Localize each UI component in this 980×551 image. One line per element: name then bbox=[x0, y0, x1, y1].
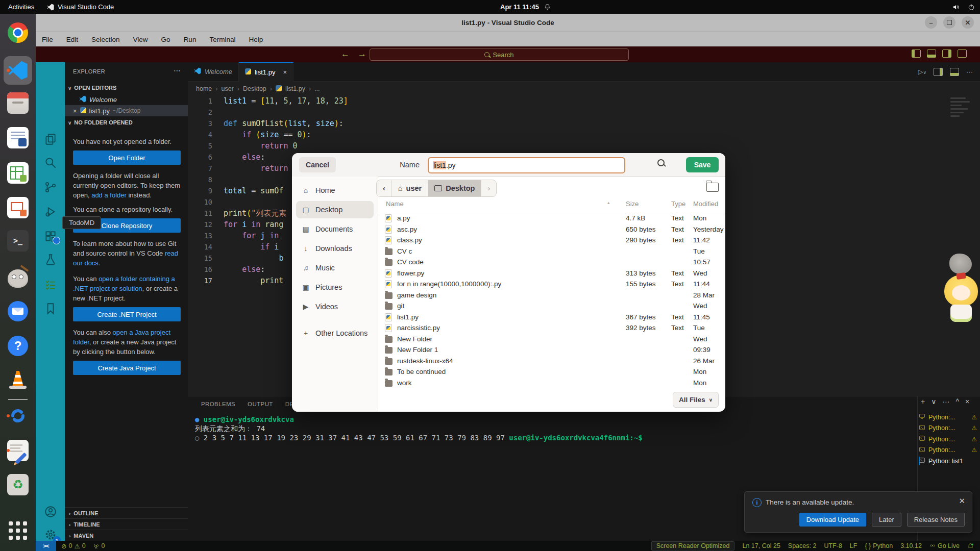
welcome-link[interactable]: add a folder bbox=[91, 191, 127, 199]
menu-go[interactable]: Go bbox=[161, 36, 170, 43]
menu-run[interactable]: Run bbox=[184, 36, 197, 43]
file-row[interactable]: workMon bbox=[378, 378, 725, 389]
path-forward-icon[interactable]: › bbox=[481, 180, 496, 196]
file-row[interactable]: list1.py367 bytesText11:45 bbox=[378, 312, 725, 323]
maximize-button[interactable] bbox=[943, 16, 955, 29]
dock-item-libreoffice-calc[interactable] bbox=[6, 161, 30, 185]
activities-button[interactable]: Activities bbox=[8, 3, 34, 11]
column-header-type[interactable]: Type bbox=[671, 200, 685, 208]
terminal-output[interactable]: ● user@iv-yds6oxrdvkcva列表元素之和为： 74○ 2 3 … bbox=[195, 415, 643, 442]
dock-item-vscode[interactable] bbox=[6, 58, 30, 83]
breadcrumb-item[interactable]: list1.py bbox=[285, 85, 305, 92]
activity-bookmarks-icon[interactable] bbox=[36, 298, 65, 319]
focused-app-menu[interactable]: Visual Studio Code bbox=[47, 3, 114, 11]
create-folder-icon[interactable] bbox=[706, 183, 719, 192]
no-folder-header[interactable]: ∨NO FOLDER OPENED bbox=[65, 117, 188, 128]
dock-item-trash[interactable]: ♻ bbox=[6, 472, 30, 497]
place-videos[interactable]: ▶Videos bbox=[296, 298, 374, 315]
download-update-button[interactable]: Download Update bbox=[799, 513, 866, 527]
filename-input[interactable]: list1.py bbox=[428, 157, 625, 173]
breadcrumb-item[interactable]: Desktop bbox=[243, 85, 266, 92]
dock-item-libreoffice-writer[interactable] bbox=[6, 126, 30, 150]
create-java-project-button[interactable]: Create Java Project bbox=[73, 361, 181, 375]
maximize-panel-icon[interactable]: ^ bbox=[955, 397, 959, 406]
menu-file[interactable]: File bbox=[42, 36, 53, 43]
breadcrumb-item[interactable]: ... bbox=[314, 85, 320, 92]
breadcrumb-item[interactable]: user bbox=[221, 85, 233, 92]
activity-todo-icon[interactable] bbox=[36, 274, 65, 295]
file-row[interactable]: for n in range(10000,1000000):.py155 byt… bbox=[378, 279, 725, 290]
open-editors-header[interactable]: ∨OPEN EDITORS bbox=[65, 83, 188, 93]
menu-selection[interactable]: Selection bbox=[91, 36, 120, 43]
power-icon[interactable] bbox=[968, 4, 975, 11]
path-segment-user[interactable]: ⌂user bbox=[392, 180, 428, 196]
terminal-entry[interactable]: Python:...⚠ bbox=[919, 423, 980, 434]
file-row[interactable]: rustdesk-linux-x6426 Mar bbox=[378, 356, 725, 367]
dock-item-gimp[interactable] bbox=[6, 266, 30, 291]
status-spaces-2[interactable]: Spaces: 2 bbox=[788, 542, 817, 549]
window-titlebar[interactable]: list1.py - Visual Studio Code – ✕ bbox=[36, 14, 980, 31]
menu-terminal[interactable]: Terminal bbox=[209, 36, 235, 43]
dock-item-libreoffice-impress[interactable] bbox=[6, 195, 30, 220]
path-back-icon[interactable]: ‹ bbox=[377, 180, 392, 196]
place-downloads[interactable]: ↓Downloads bbox=[296, 240, 374, 257]
close-button[interactable]: ✕ bbox=[962, 16, 974, 29]
file-list-header[interactable]: Name▴SizeTypeModified bbox=[378, 200, 725, 213]
terminal-entry[interactable]: Python:...⚠ bbox=[919, 445, 980, 456]
command-center-search[interactable]: Search bbox=[370, 48, 629, 61]
dock-item-chrome[interactable] bbox=[6, 20, 30, 45]
file-row[interactable]: New FolderWed bbox=[378, 334, 725, 345]
status-screen-reader-optimized[interactable]: Screen Reader Optimized bbox=[651, 541, 735, 550]
later-button[interactable]: Later bbox=[872, 513, 901, 527]
status-go-live[interactable]: Go Live bbox=[929, 542, 960, 549]
split-editor-icon[interactable] bbox=[934, 68, 943, 76]
dock-item-help[interactable]: ? bbox=[6, 334, 30, 358]
activity-account-icon[interactable] bbox=[36, 502, 65, 522]
menu-edit[interactable]: Edit bbox=[66, 36, 78, 43]
section-outline[interactable]: ›OUTLINE bbox=[65, 507, 188, 519]
column-header-modified[interactable]: Modified bbox=[693, 200, 718, 208]
file-row[interactable]: asc.py650 bytesTextYesterday bbox=[378, 224, 725, 236]
breadcrumb[interactable]: home›user›Desktop›list1.py›... bbox=[196, 83, 320, 95]
toggle-panel-icon[interactable] bbox=[927, 49, 936, 58]
status-3-10-12[interactable]: 3.10.12 bbox=[900, 542, 922, 549]
nav-forward-icon[interactable]: → bbox=[358, 49, 366, 59]
clock-menu[interactable]: Apr 11 11:45 bbox=[500, 3, 551, 11]
new-terminal-icon[interactable]: + bbox=[921, 397, 925, 406]
save-button[interactable]: Save bbox=[686, 157, 719, 172]
close-panel-icon[interactable]: × bbox=[965, 397, 969, 406]
problems-status[interactable]: ⊘0 ⚠0 bbox=[61, 542, 86, 550]
status-ln-17-col-25[interactable]: Ln 17, Col 25 bbox=[742, 542, 780, 549]
close-tab-icon[interactable]: × bbox=[283, 68, 287, 76]
nav-back-icon[interactable]: ← bbox=[341, 49, 350, 59]
toggle-secondary-sidebar-icon[interactable] bbox=[942, 49, 951, 58]
open-editor-list1.py[interactable]: ×list1.py~/Desktop bbox=[65, 105, 188, 116]
minimize-button[interactable]: – bbox=[925, 16, 937, 29]
dock-item-terminal[interactable]: >_ bbox=[6, 229, 30, 253]
file-row[interactable]: To be continuedMon bbox=[378, 367, 725, 378]
remote-indicator[interactable]: >< bbox=[36, 541, 56, 551]
ports-status[interactable]: 0 bbox=[93, 542, 105, 549]
tab-list1.py[interactable]: list1.py× bbox=[239, 62, 293, 82]
menu-view[interactable]: View bbox=[133, 36, 148, 43]
place-other-locations[interactable]: +Other Locations bbox=[296, 324, 374, 342]
dock-item-vlc[interactable] bbox=[6, 367, 30, 392]
create-dotnet-project-button[interactable]: Create .NET Project bbox=[73, 307, 181, 321]
tab-Welcome[interactable]: Welcome bbox=[188, 62, 239, 81]
customize-layout-icon[interactable] bbox=[958, 49, 967, 58]
dialog-search-icon[interactable] bbox=[657, 159, 665, 168]
terminal-entry[interactable]: Python:...⚠ bbox=[919, 412, 980, 422]
file-row[interactable]: CV code10:57 bbox=[378, 257, 725, 268]
section-maven[interactable]: ›MAVEN bbox=[65, 530, 188, 541]
file-row[interactable]: a.py4.7 kBTextMon bbox=[378, 213, 725, 224]
release-notes-button[interactable]: Release Notes bbox=[907, 513, 965, 527]
dock-item-text-editor[interactable] bbox=[6, 438, 30, 463]
status-bell[interactable] bbox=[967, 543, 974, 549]
toggle-panel-icon[interactable] bbox=[950, 68, 959, 76]
file-row[interactable]: CV cTue bbox=[378, 246, 725, 258]
run-python-file-icon[interactable]: ▷∨ bbox=[918, 68, 926, 76]
place-music[interactable]: ♫Music bbox=[296, 259, 374, 277]
notification-close-icon[interactable]: ✕ bbox=[959, 496, 965, 506]
panel-tab-problems[interactable]: PROBLEMS bbox=[201, 401, 235, 407]
column-header-size[interactable]: Size bbox=[626, 200, 639, 208]
